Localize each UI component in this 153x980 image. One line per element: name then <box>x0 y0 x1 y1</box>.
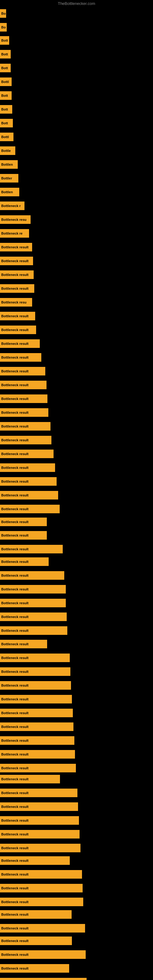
bar-row-11: Bottle <box>0 146 15 155</box>
bar-28: Bottleneck result <box>0 381 46 389</box>
bar-59: Bottleneck result <box>0 802 78 811</box>
bar-row-51: Bottleneck result <box>0 695 72 703</box>
bar-row-7: Bott <box>0 91 12 100</box>
bar-row-18: Bottleneck result <box>0 243 32 251</box>
bar-row-20: Bottleneck result <box>0 270 33 279</box>
bar-label-22: Bottleneck resu <box>1 301 27 304</box>
bar-label-19: Bottleneck result <box>1 259 29 263</box>
bar-row-21: Bottleneck result <box>0 284 34 293</box>
bar-56: Bottleneck result <box>0 764 76 772</box>
bar-4: Bott <box>0 50 11 59</box>
bar-54: Bottleneck result <box>0 736 74 745</box>
bar-row-37: Bottleneck result <box>0 505 60 513</box>
bar-label-38: Bottleneck result <box>1 520 29 524</box>
bar-34: Bottleneck result <box>0 463 55 472</box>
bar-64: Bottleneck result <box>0 870 82 879</box>
bar-39: Bottleneck result <box>0 531 47 539</box>
bar-row-32: Bottleneck result <box>0 436 51 444</box>
bar-row-71: Bottleneck result <box>0 964 69 973</box>
bar-label-16: Bottleneck resu <box>1 218 27 221</box>
bar-row-48: Bottleneck result <box>0 654 70 662</box>
bar-12: Bottlen <box>0 160 18 169</box>
bar-label-35: Bottleneck result <box>1 480 29 483</box>
bar-41: Bottleneck result <box>0 557 49 566</box>
bar-10: Bottl <box>0 133 13 141</box>
bar-71: Bottleneck result <box>0 964 69 973</box>
bar-67: Bottleneck result <box>0 910 72 919</box>
bar-label-50: Bottleneck result <box>1 684 29 687</box>
bar-label-15: Bottleneck r <box>1 204 21 208</box>
bar-label-53: Bottleneck result <box>1 725 29 729</box>
bar-label-31: Bottleneck result <box>1 425 29 428</box>
bar-row-59: Bottleneck result <box>0 802 78 811</box>
bar-5: Bott <box>0 64 11 72</box>
bar-row-65: Bottleneck result <box>0 884 83 892</box>
bar-row-25: Bottleneck result <box>0 339 40 348</box>
bar-label-58: Bottleneck result <box>1 791 29 795</box>
bar-row-41: Bottleneck result <box>0 557 49 566</box>
bar-label-29: Bottleneck result <box>1 397 29 401</box>
bar-14: Bottlen <box>0 188 19 196</box>
bar-row-26: Bottleneck result <box>0 353 41 362</box>
bar-row-70: Bottleneck result <box>0 950 86 959</box>
bar-65: Bottleneck result <box>0 884 83 892</box>
bar-label-47: Bottleneck result <box>1 642 29 646</box>
bar-label-68: Bottleneck result <box>1 926 29 930</box>
bar-row-17: Bottleneck re <box>0 229 29 238</box>
bar-row-8: Bott <box>0 105 12 114</box>
bar-label-56: Bottleneck result <box>1 766 29 770</box>
bar-label-55: Bottleneck result <box>1 752 29 756</box>
bar-row-33: Bottleneck result <box>0 450 54 458</box>
bar-29: Bottleneck result <box>0 395 48 403</box>
bar-row-34: Bottleneck result <box>0 463 55 472</box>
bar-row-5: Bott <box>0 64 11 72</box>
bar-label-66: Bottleneck result <box>1 900 29 904</box>
bar-label-18: Bottleneck result <box>1 245 29 249</box>
bar-row-12: Bottlen <box>0 160 18 169</box>
bar-6: Bottl <box>0 78 12 86</box>
bar-51: Bottleneck result <box>0 695 72 703</box>
bar-row-52: Bottleneck result <box>0 709 73 717</box>
bar-38: Bottleneck result <box>0 517 47 526</box>
bar-22: Bottleneck resu <box>0 298 32 307</box>
bar-18: Bottleneck result <box>0 243 32 251</box>
bar-label-2: Bo <box>1 25 6 29</box>
bar-row-43: Bottleneck result <box>0 585 66 593</box>
bar-row-42: Bottleneck result <box>0 571 64 580</box>
bar-label-20: Bottleneck result <box>1 273 29 277</box>
bar-row-36: Bottleneck result <box>0 491 58 500</box>
bar-16: Bottleneck resu <box>0 215 30 224</box>
bar-label-34: Bottleneck result <box>1 466 29 469</box>
bar-row-6: Bottl <box>0 78 12 86</box>
bar-row-56: Bottleneck result <box>0 764 76 772</box>
bar-row-27: Bottleneck result <box>0 367 45 375</box>
bar-row-19: Bottleneck result <box>0 257 33 265</box>
bar-row-40: Bottleneck result <box>0 545 63 554</box>
bar-label-30: Bottleneck result <box>1 411 29 414</box>
bar-49: Bottleneck result <box>0 667 70 676</box>
bar-label-27: Bottleneck result <box>1 369 29 373</box>
bar-label-40: Bottleneck result <box>1 547 29 551</box>
bar-26: Bottleneck result <box>0 353 41 362</box>
bar-row-1: Bo <box>0 9 6 18</box>
bar-label-46: Bottleneck result <box>1 629 29 632</box>
bar-row-3: Bott <box>0 36 9 45</box>
bar-42: Bottleneck result <box>0 571 64 580</box>
bar-label-4: Bott <box>1 52 8 56</box>
bar-label-45: Bottleneck result <box>1 615 29 619</box>
bar-row-15: Bottleneck r <box>0 202 24 210</box>
bar-row-47: Bottleneck result <box>0 640 47 648</box>
bar-label-32: Bottleneck result <box>1 438 29 442</box>
bar-row-60: Bottleneck result <box>0 816 79 825</box>
bar-row-23: Bottleneck result <box>0 312 35 320</box>
bar-row-35: Bottleneck result <box>0 477 57 486</box>
bar-row-22: Bottleneck resu <box>0 298 32 307</box>
bar-label-41: Bottleneck result <box>1 560 29 563</box>
bar-8: Bott <box>0 105 12 114</box>
bar-13: Bottler <box>0 174 18 183</box>
bar-row-38: Bottleneck result <box>0 517 47 526</box>
bar-68: Bottleneck result <box>0 924 85 932</box>
bar-37: Bottleneck result <box>0 505 60 513</box>
bar-label-49: Bottleneck result <box>1 670 29 673</box>
bar-60: Bottleneck result <box>0 816 79 825</box>
